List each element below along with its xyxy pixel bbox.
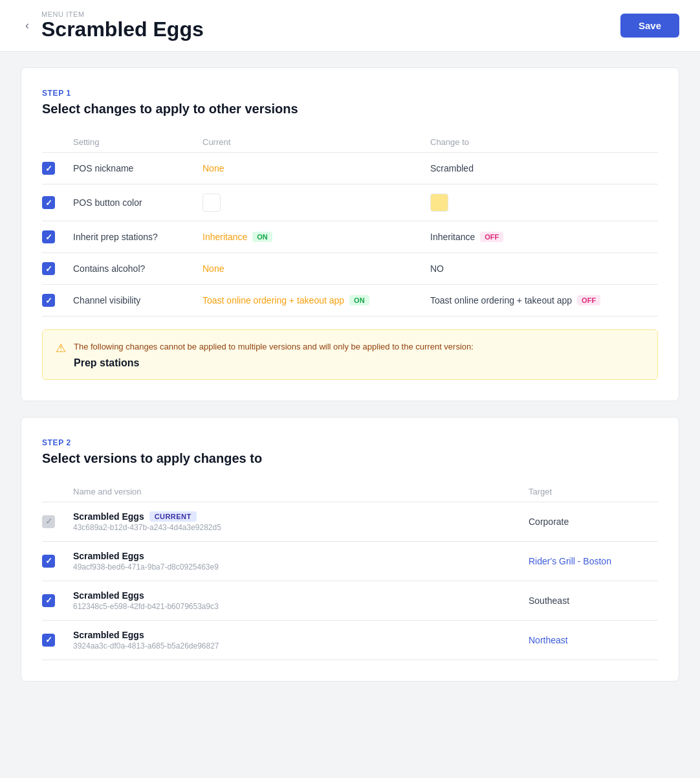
row3-changeto-badge: OFF [480, 232, 503, 242]
row2-2-target: Rider's Grill - Boston [529, 556, 658, 566]
step1-label: STEP 1 [42, 89, 658, 98]
row5-checkbox[interactable]: ✓ [42, 294, 73, 307]
row2-1-target: Corporate [529, 517, 658, 527]
row2-4-checkbox[interactable]: ✓ [42, 634, 73, 647]
warning-text: The following changes cannot be applied … [74, 342, 474, 351]
step1-title: Select changes to apply to other version… [42, 102, 658, 117]
table-row: ✓ Scrambled Eggs 612348c5-e598-42fd-b421… [42, 581, 658, 621]
warning-content: The following changes cannot be applied … [74, 340, 474, 369]
step2-table-header: Name and version Target [42, 482, 658, 502]
row4-current: None [202, 263, 430, 274]
row2-setting: POS button color [73, 197, 202, 208]
row5-changeto-badge: OFF [577, 295, 600, 306]
row5-setting: Channel visibility [73, 295, 202, 306]
row2-3-name-section: Scrambled Eggs 612348c5-e598-42fd-b421-b… [73, 590, 529, 611]
row1-changeto: Scrambled [430, 163, 658, 173]
col2-checkbox-header [42, 487, 73, 496]
save-button[interactable]: Save [620, 14, 679, 38]
step1-table-header: Setting Current Change to [42, 132, 658, 153]
step2-label: STEP 2 [42, 438, 658, 447]
row1-setting: POS nickname [73, 163, 202, 173]
row5-changeto: Toast online ordering + takeout app OFF [430, 295, 658, 306]
table-row: ✓ POS button color [42, 184, 658, 221]
row2-2-name: Scrambled Eggs [73, 551, 529, 561]
col-checkbox-header [42, 137, 73, 147]
warning-bold-item: Prep stations [74, 357, 474, 369]
main-content: STEP 1 Select changes to apply to other … [0, 52, 700, 697]
col2-name-header: Name and version [73, 487, 529, 496]
table-row: ✓ Inherit prep stations? Inheritance ON … [42, 221, 658, 253]
row4-checkbox[interactable]: ✓ [42, 262, 73, 275]
row2-current [202, 194, 430, 212]
row2-changeto-swatch [430, 194, 448, 212]
table-row: ✓ Channel visibility Toast online orderi… [42, 285, 658, 317]
row2-1-name-section: Scrambled Eggs CURRENT 43c689a2-b12d-437… [73, 511, 529, 532]
table-row: ✓ Scrambled Eggs CURRENT 43c689a2-b12d-4… [42, 502, 658, 542]
row5-current: Toast online ordering + takeout app ON [202, 295, 430, 306]
row2-4-target: Northeast [529, 635, 658, 645]
page-header: ‹ MENU ITEM Scrambled Eggs Save [0, 0, 700, 52]
back-icon[interactable]: ‹ [21, 19, 34, 32]
table-row: ✓ Contains alcohol? None NO [42, 253, 658, 285]
row2-4-name-section: Scrambled Eggs 3924aa3c-df0a-4813-a685-b… [73, 630, 529, 650]
row2-3-id: 612348c5-e598-42fd-b421-b6079653a9c3 [73, 602, 529, 611]
row2-current-swatch [202, 194, 221, 212]
row1-current: None [202, 163, 430, 173]
row3-checkbox[interactable]: ✓ [42, 230, 73, 243]
row2-3-name: Scrambled Eggs [73, 590, 529, 601]
row4-setting: Contains alcohol? [73, 263, 202, 274]
row3-changeto: Inheritance OFF [430, 232, 658, 242]
row2-1-name: Scrambled Eggs CURRENT [73, 511, 529, 522]
current-badge: CURRENT [149, 511, 197, 522]
row2-2-checkbox[interactable]: ✓ [42, 555, 73, 568]
row2-checkbox[interactable]: ✓ [42, 196, 73, 209]
step2-title: Select versions to apply changes to [42, 451, 658, 466]
row5-current-badge: ON [349, 295, 369, 306]
table-row: ✓ Scrambled Eggs 3924aa3c-df0a-4813-a685… [42, 621, 658, 660]
row2-2-name-section: Scrambled Eggs 49acf938-bed6-471a-9ba7-d… [73, 551, 529, 572]
row2-1-id: 43c689a2-b12d-437b-a243-4d4a3e9282d5 [73, 523, 529, 532]
row4-changeto: NO [430, 263, 658, 274]
row3-setting: Inherit prep stations? [73, 232, 202, 242]
row1-checkbox[interactable]: ✓ [42, 162, 73, 175]
row3-current: Inheritance ON [202, 232, 430, 242]
row2-3-target: Southeast [529, 595, 658, 606]
warning-icon: ⚠ [56, 341, 66, 355]
table-row: ✓ Scrambled Eggs 49acf938-bed6-471a-9ba7… [42, 542, 658, 581]
row3-current-badge: ON [252, 232, 272, 242]
col-changeto-header: Change to [430, 137, 658, 147]
col2-target-header: Target [529, 487, 658, 496]
row2-2-id: 49acf938-bed6-471a-9ba7-d8c0925463e9 [73, 562, 529, 572]
col-current-header: Current [202, 137, 430, 147]
row2-4-id: 3924aa3c-df0a-4813-a685-b5a26de96827 [73, 641, 529, 650]
page-title: Scrambled Eggs [41, 18, 204, 41]
header-left: ‹ MENU ITEM Scrambled Eggs [21, 10, 204, 41]
step1-card: STEP 1 Select changes to apply to other … [21, 67, 679, 401]
header-title-section: MENU ITEM Scrambled Eggs [41, 10, 204, 41]
row2-1-checkbox[interactable]: ✓ [42, 515, 73, 528]
row2-3-checkbox[interactable]: ✓ [42, 594, 73, 607]
row2-4-name: Scrambled Eggs [73, 630, 529, 640]
warning-box: ⚠ The following changes cannot be applie… [42, 329, 658, 380]
table-row: ✓ POS nickname None Scrambled [42, 153, 658, 184]
step2-card: STEP 2 Select versions to apply changes … [21, 417, 679, 682]
row2-changeto [430, 194, 658, 212]
col-setting-header: Setting [73, 137, 202, 147]
